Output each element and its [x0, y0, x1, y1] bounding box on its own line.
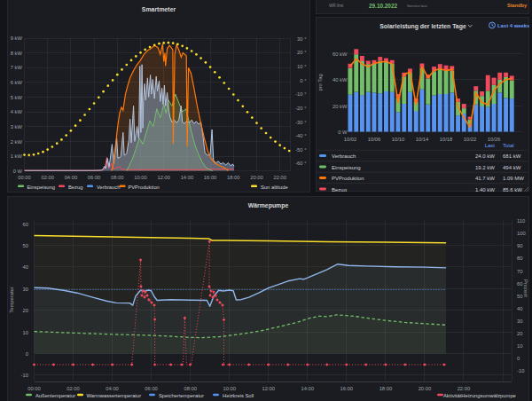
svg-text:-50 °: -50 ° — [295, 147, 306, 153]
svg-text:Heizkreis Soll: Heizkreis Soll — [223, 393, 254, 398]
svg-text:Bezug: Bezug — [332, 187, 347, 192]
svg-text:20: 20 — [23, 308, 28, 313]
svg-text:Warmwassertemperatur: Warmwassertemperatur — [87, 393, 142, 398]
svg-text:Total: Total — [503, 143, 514, 148]
svg-text:3 kW: 3 kW — [11, 124, 23, 130]
svg-text:10: 10 — [23, 330, 28, 335]
svg-text:Einspeisung: Einspeisung — [332, 165, 361, 170]
svg-text:8 kW: 8 kW — [11, 51, 23, 56]
svg-text:0 °: 0 ° — [300, 78, 306, 83]
svg-text:19.2 kW: 19.2 kW — [475, 165, 495, 170]
svg-text:Wärmepumpe: Wärmepumpe — [248, 202, 289, 209]
svg-text:30: 30 — [23, 287, 28, 292]
svg-text:Einspeisung: Einspeisung — [27, 185, 55, 190]
svg-text:Verbrauch: Verbrauch — [332, 153, 356, 159]
svg-text:41.7 kW: 41.7 kW — [475, 176, 495, 181]
svg-text:22:00: 22:00 — [273, 175, 286, 180]
svg-text:-10 °: -10 ° — [295, 91, 306, 97]
svg-text:12:00: 12:00 — [262, 386, 275, 391]
svg-text:16:00: 16:00 — [340, 386, 354, 391]
svg-text:1.40 kW: 1.40 kW — [475, 187, 495, 192]
svg-text:18:00: 18:00 — [379, 386, 393, 391]
svg-text:4 kW: 4 kW — [11, 109, 23, 114]
svg-text:70: 70 — [517, 269, 522, 274]
svg-text:-10: -10 — [517, 368, 524, 373]
svg-text:00:00: 00:00 — [27, 386, 41, 391]
svg-text:Verbrauch: Verbrauch — [97, 185, 120, 190]
svg-text:1 kW: 1 kW — [11, 153, 23, 159]
svg-text:PVProduktion: PVProduktion — [128, 185, 159, 190]
svg-text:Speichertemperatur: Speichertemperatur — [159, 393, 204, 398]
svg-text:Sun altitude: Sun altitude — [261, 185, 288, 190]
svg-text:85.6 kW: 85.6 kW — [503, 187, 522, 192]
svg-text:10/26: 10/26 — [488, 137, 501, 142]
svg-text:10:00: 10:00 — [223, 386, 236, 391]
svg-text:40: 40 — [23, 264, 28, 270]
svg-text:24.0 kW: 24.0 kW — [475, 153, 495, 159]
svg-text:10/10: 10/10 — [392, 137, 405, 142]
svg-text:Last: Last — [485, 143, 496, 148]
svg-text:100: 100 — [517, 231, 526, 236]
svg-text:40: 40 — [517, 306, 522, 311]
svg-text:06:00: 06:00 — [145, 386, 158, 391]
svg-text:pro Tag: pro Tag — [317, 74, 323, 90]
svg-text:-60 °: -60 ° — [295, 161, 306, 166]
svg-text:PVProduktion: PVProduktion — [332, 176, 364, 181]
svg-text:10/22: 10/22 — [464, 137, 477, 142]
svg-text:Prozent: Prozent — [523, 279, 528, 297]
svg-text:20 °: 20 ° — [297, 50, 306, 55]
svg-text:04:00: 04:00 — [65, 175, 78, 180]
svg-text:40 kW: 40 kW — [332, 77, 348, 83]
svg-text:12:00: 12:00 — [157, 175, 170, 180]
svg-text:Solarleistung der letzten Tage: Solarleistung der letzten Tage — [379, 23, 466, 30]
svg-text:Außentemperatur: Außentemperatur — [35, 393, 75, 398]
svg-text:Smartmeter: Smartmeter — [142, 6, 176, 12]
svg-text:08:00: 08:00 — [184, 386, 197, 391]
svg-text:02:00: 02:00 — [66, 386, 80, 391]
svg-text:14:00: 14:00 — [301, 386, 315, 391]
svg-text:06:00: 06:00 — [88, 175, 101, 180]
svg-text:20:00: 20:00 — [419, 386, 432, 391]
svg-text:494 kW: 494 kW — [503, 165, 521, 170]
svg-text:10/06: 10/06 — [368, 137, 381, 142]
svg-text:7 kW: 7 kW — [11, 65, 23, 70]
svg-text:08:00: 08:00 — [111, 175, 124, 180]
svg-text:10: 10 — [517, 343, 522, 349]
svg-text:1.09 MW: 1.09 MW — [503, 176, 524, 181]
svg-text:22:00: 22:00 — [458, 386, 471, 391]
svg-text:0 W: 0 W — [13, 169, 23, 174]
svg-text:60 kW: 60 kW — [332, 51, 348, 57]
svg-text:0: 0 — [517, 356, 520, 361]
svg-text:50: 50 — [517, 294, 522, 299]
svg-text:-10: -10 — [21, 373, 28, 378]
svg-text:-30 °: -30 ° — [295, 120, 306, 125]
svg-text:50: 50 — [23, 243, 28, 248]
svg-text:Bezug: Bezug — [68, 185, 82, 190]
svg-text:02:00: 02:00 — [41, 175, 54, 180]
svg-text:90: 90 — [517, 243, 522, 248]
svg-text:6 kW: 6 kW — [11, 80, 23, 85]
svg-text:Last 4 weeks: Last 4 weeks — [497, 23, 529, 28]
svg-text:10 °: 10 ° — [297, 64, 306, 69]
svg-text:20:00: 20:00 — [250, 175, 263, 180]
svg-text:Temperatur: Temperatur — [9, 287, 14, 312]
svg-text:681 kW: 681 kW — [503, 153, 521, 159]
svg-text:-40 °: -40 ° — [295, 133, 306, 138]
svg-text:9 kW: 9 kW — [11, 35, 23, 41]
svg-text:04:00: 04:00 — [106, 386, 119, 391]
svg-text:0 W: 0 W — [338, 130, 348, 135]
svg-text:10/18: 10/18 — [440, 137, 453, 142]
svg-text:5 kW: 5 kW — [11, 95, 23, 100]
svg-text:110: 110 — [517, 218, 525, 224]
svg-text:0: 0 — [26, 351, 28, 357]
svg-text:60: 60 — [23, 222, 28, 227]
svg-text:18:00: 18:00 — [227, 175, 240, 180]
svg-text:2 kW: 2 kW — [11, 139, 23, 145]
svg-text:10/14: 10/14 — [416, 137, 429, 142]
svg-text:80: 80 — [517, 256, 522, 261]
svg-text:30 °: 30 ° — [297, 36, 306, 42]
svg-text:30: 30 — [517, 318, 522, 324]
svg-text:16:00: 16:00 — [204, 175, 217, 180]
svg-text:AktivitätHeizungsumwälzpumpe: AktivitätHeizungsumwälzpumpe — [443, 393, 516, 398]
svg-text:20: 20 — [517, 331, 522, 336]
